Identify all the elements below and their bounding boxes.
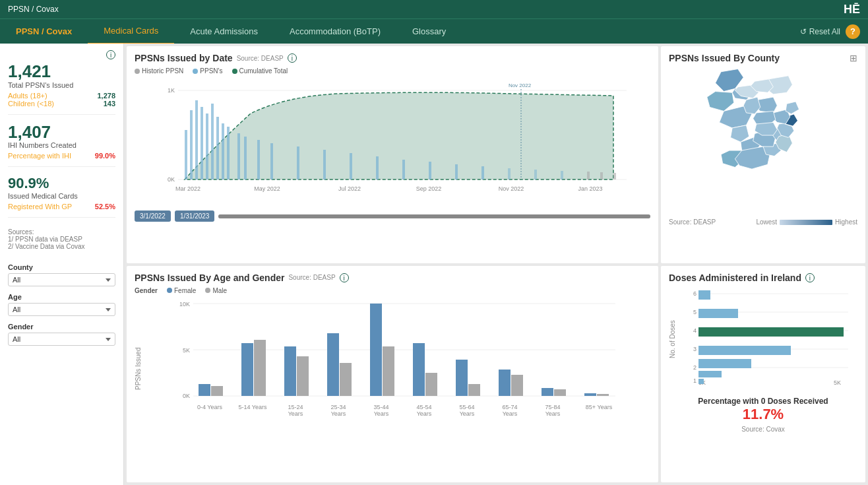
date-chart-title: PPSNs Issued by Date [135,53,233,63]
sidebar-info-icon[interactable]: i [106,50,115,59]
svg-rect-55 [413,343,425,396]
age-filter-select[interactable]: All [8,303,115,316]
nav-accommodation[interactable]: Accommodation (BoTP) [274,19,396,44]
top-bar: PPSN / Covax HĒ [0,0,868,18]
svg-text:4: 4 [693,327,697,334]
gp-stat: Registered With GP 52.5% [8,203,115,210]
content-area: PPSNs Issued by Date Source: DEASP i His… [124,44,868,485]
doses-title: Doses Administered in Ireland [669,273,801,283]
svg-rect-48 [254,340,266,396]
svg-text:75-84: 75-84 [545,404,560,410]
main-layout: i 1,421 Total PPSN's Issued Adults (18+)… [0,44,868,485]
svg-rect-57 [456,360,468,396]
svg-rect-97 [698,327,844,337]
svg-text:6: 6 [693,290,697,297]
stat-ihi: 1,407 IHI Numbers Created Percentage wit… [8,123,115,168]
svg-text:5K: 5K [834,379,841,386]
svg-rect-58 [468,384,480,396]
legend-female: Female [167,287,196,294]
svg-rect-63 [584,393,596,396]
legend-ppsns-dot [193,69,198,74]
medical-cards-value: 90.9% [8,175,115,192]
county-map-title: PPSNs Issued By County [669,53,780,63]
svg-text:0K: 0K [168,176,175,183]
gender-filter-label: Gender [8,323,115,331]
svg-text:65-74: 65-74 [502,404,517,410]
help-button[interactable]: ? [846,24,860,39]
svg-rect-17 [297,146,299,179]
age-gender-info-icon[interactable]: i [340,273,349,282]
date-slider-fill [218,214,650,218]
legend-cumulative-dot [232,69,237,74]
svg-rect-46 [211,386,223,396]
svg-text:2: 2 [693,364,697,371]
svg-text:Years: Years [417,410,432,417]
svg-rect-22 [429,162,431,179]
date-chart-source: Source: DEASP [237,55,284,62]
svg-rect-45 [199,384,210,396]
doses-source: Source: Covax [669,426,857,433]
svg-text:May 2022: May 2022 [254,185,280,192]
svg-rect-4 [185,130,187,179]
svg-rect-26 [534,170,537,179]
svg-rect-64 [597,394,609,396]
ihi-value: 1,407 [8,123,115,142]
county-filter-select[interactable]: All [8,273,115,286]
legend-cumulative-label: Cumulative Total [239,67,288,75]
pct-ihi-label: Percentage with IHI [8,152,71,160]
gp-value: 52.5% [95,203,115,210]
legend-ppsns: PPSN's [193,67,222,75]
svg-rect-16 [270,143,273,179]
nav-medical-cards[interactable]: Medical Cards [88,19,174,44]
map-legend-low: Lowest [756,218,777,226]
svg-rect-7 [201,107,203,179]
date-chart-info-icon[interactable]: i [288,53,297,63]
svg-text:Jan 2023: Jan 2023 [578,185,602,192]
svg-rect-5 [190,110,193,179]
svg-rect-53 [370,304,382,396]
doses-y-axis-label: No. of Doses [669,287,678,391]
stat-medical-cards: 90.9% Issued Medical Cards Registered Wi… [8,175,115,218]
adults-value: 1,278 [97,92,115,100]
age-gender-y-axis-label: PPSNs Issued [135,297,145,441]
reset-icon: ↺ [800,27,807,36]
map-grid-icon[interactable]: ⊞ [850,53,857,63]
svg-rect-12 [227,127,230,179]
svg-text:Years: Years [460,410,475,417]
svg-rect-18 [323,150,326,179]
doses-title-row: Doses Administered in Ireland i [669,273,857,283]
reset-button[interactable]: ↺ Reset All [800,27,840,36]
svg-rect-56 [425,373,437,396]
svg-text:45-54: 45-54 [416,404,431,410]
svg-text:0K: 0K [183,393,190,399]
nav-glossary[interactable]: Glossary [396,19,462,44]
doses-zero-value: 11.7% [669,406,857,423]
age-gender-panel: PPSNs Issued By Age and Gender Source: D… [127,266,658,483]
svg-rect-8 [206,113,208,179]
nav-active-section[interactable]: PPSN / Covax [0,26,88,36]
sources-label: Sources: [8,228,115,236]
doses-info-icon[interactable]: i [805,273,815,282]
svg-text:1K: 1K [168,87,175,94]
children-label: Children (<18) [8,100,54,108]
gender-filter-select[interactable]: All [8,333,115,346]
date-chart-panel: PPSNs Issued by Date Source: DEASP i His… [127,46,658,263]
medical-cards-label: Issued Medical Cards [8,192,115,200]
svg-text:1: 1 [693,377,697,384]
svg-rect-27 [561,171,563,179]
source-2: 2/ Vaccine Data via Covax [8,243,115,250]
doses-zero-label: Percentage with 0 Doses Received [669,397,857,406]
date-slider-track[interactable] [218,214,650,218]
svg-rect-54 [383,346,394,396]
nav-acute-admissions[interactable]: Acute Admissions [174,19,274,44]
legend-cumulative: Cumulative Total [232,67,288,75]
doses-bars-container: 6 5 4 3 2 1 0K 5K [678,287,857,391]
stat-total-ppsns: 1,421 Total PPSN's Issued Adults (18+) 1… [8,62,115,115]
svg-text:Sep 2022: Sep 2022 [416,185,442,192]
legend-male: Male [205,287,227,294]
legend-historic-dot [135,69,140,74]
date-slider[interactable]: 3/1/2022 1/31/2023 [135,210,650,222]
map-source-text: Source: DEASP [669,218,716,226]
svg-rect-47 [241,343,253,396]
svg-rect-99 [698,359,751,368]
